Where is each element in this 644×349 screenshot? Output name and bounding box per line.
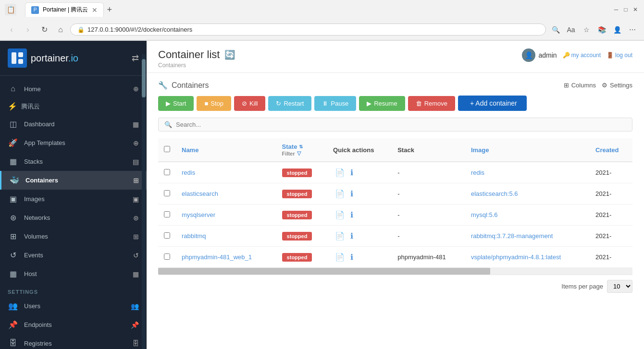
sidebar-item-events[interactable]: ↺ Events ↺ bbox=[0, 246, 147, 265]
kill-button[interactable]: ⊘ Kill bbox=[234, 96, 265, 111]
created-sort-button[interactable]: Created bbox=[595, 146, 627, 154]
container-name-link[interactable]: mysqlserver bbox=[182, 211, 215, 218]
close-button[interactable]: ✕ bbox=[632, 6, 639, 13]
sidebar-item-users[interactable]: 👥 Users 👥 bbox=[0, 297, 147, 315]
image-sort-button[interactable]: Image bbox=[471, 146, 584, 154]
container-name-link[interactable]: elasticsearch bbox=[182, 190, 218, 197]
users-icon-right: 👥 bbox=[131, 302, 139, 310]
sidebar-item-stacks[interactable]: ▦ Stacks ▤ bbox=[0, 152, 147, 171]
scrollbar-thumb[interactable] bbox=[158, 268, 490, 275]
favorites-icon[interactable]: ☆ bbox=[580, 23, 593, 36]
search-icon[interactable]: 🔍 bbox=[549, 23, 562, 36]
items-per-page: Items per page 10 25 50 bbox=[561, 280, 632, 293]
quick-action-logs-button[interactable]: 📄 bbox=[333, 230, 347, 241]
quick-action-logs-button[interactable]: 📄 bbox=[333, 209, 347, 220]
quick-action-info-button[interactable]: ℹ bbox=[348, 188, 355, 199]
table-row: phpmyadmin-481_web_1 stopped 📄 ℹ phpmyad… bbox=[158, 247, 632, 268]
horizontal-scrollbar[interactable] bbox=[158, 268, 632, 275]
quick-action-info-button[interactable]: ℹ bbox=[348, 230, 355, 241]
dashboard-icon: ◫ bbox=[8, 120, 18, 129]
new-tab-button[interactable]: + bbox=[104, 2, 115, 17]
sidebar-item-home[interactable]: ⌂ Home ⊕ bbox=[0, 80, 147, 98]
image-link[interactable]: mysql:5.6 bbox=[471, 211, 498, 218]
start-button[interactable]: ▶ Start bbox=[158, 96, 194, 111]
sidebar-item-containers[interactable]: 🐳 Containers ⊞ bbox=[0, 171, 147, 190]
refresh-button[interactable]: 🔄 bbox=[224, 49, 235, 60]
sidebar-item-images[interactable]: ▣ Images ▣ bbox=[0, 190, 147, 208]
profile-icon[interactable]: 👤 bbox=[610, 23, 624, 36]
reload-button[interactable]: ↻ bbox=[37, 23, 51, 36]
sidebar-item-endpoints[interactable]: 📌 Endpoints 📌 bbox=[0, 315, 147, 334]
tab-close-button[interactable]: ✕ bbox=[92, 6, 98, 14]
columns-icon: ⊞ bbox=[564, 82, 569, 89]
sidebar-toggle-icon[interactable]: ⇄ bbox=[132, 53, 139, 63]
settings-button[interactable]: ⚙ Settings bbox=[602, 82, 632, 89]
my-account-link[interactable]: 🔑 my account bbox=[563, 52, 601, 59]
registries-icon-right: 🗄 bbox=[132, 339, 139, 347]
row-checkbox[interactable] bbox=[164, 211, 170, 217]
row-image: elasticsearch:5.6 bbox=[465, 183, 590, 205]
address-bar-right: 🔍 Aa ☆ 📚 👤 ⋯ bbox=[549, 23, 639, 36]
pause-button[interactable]: ⏸ Pause bbox=[314, 96, 356, 111]
endpoints-icon: 📌 bbox=[8, 320, 18, 329]
quick-action-logs-button[interactable]: 📄 bbox=[333, 252, 347, 263]
quick-action-info-button[interactable]: ℹ bbox=[348, 252, 355, 263]
row-checkbox[interactable] bbox=[164, 169, 170, 175]
columns-button[interactable]: ⊞ Columns bbox=[564, 82, 596, 89]
container-name-link[interactable]: redis bbox=[182, 169, 195, 176]
image-link[interactable]: rabbitmq:3.7.28-management bbox=[471, 232, 553, 240]
sidebar-item-networks[interactable]: ⊛ Networks ⊛ bbox=[0, 208, 147, 227]
row-stack: - bbox=[392, 205, 465, 226]
home-button[interactable]: ⌂ bbox=[54, 23, 67, 36]
url-bar[interactable]: 🔒 127.0.0.1:9000/#!/2/docker/containers bbox=[70, 24, 546, 36]
state-sort-button[interactable]: State ⇅ bbox=[282, 143, 322, 150]
container-name-link[interactable]: rabbitmq bbox=[182, 232, 206, 240]
add-container-button[interactable]: + Add container bbox=[458, 96, 527, 111]
sidebar-item-stacks-label: Stacks bbox=[24, 158, 127, 165]
collections-icon[interactable]: 📚 bbox=[595, 23, 608, 36]
settings-section-label: SETTINGS bbox=[0, 283, 147, 297]
row-checkbox[interactable] bbox=[164, 190, 170, 196]
name-sort-button[interactable]: Name bbox=[182, 146, 271, 154]
quick-action-info-button[interactable]: ℹ bbox=[348, 167, 355, 178]
row-checkbox[interactable] bbox=[164, 253, 170, 260]
sidebar-item-app-templates[interactable]: 🚀 App Templates ⊕ bbox=[0, 133, 147, 152]
row-checkbox[interactable] bbox=[164, 232, 170, 239]
image-link[interactable]: redis bbox=[471, 169, 484, 176]
container-name-link[interactable]: phpmyadmin-481_web_1 bbox=[182, 253, 252, 261]
log-out-link[interactable]: 🚪 log out bbox=[607, 52, 632, 59]
stop-button[interactable]: ■ Stop bbox=[197, 96, 231, 111]
state-filter[interactable]: Filter ▽ bbox=[282, 150, 322, 156]
image-link[interactable]: elasticsearch:5.6 bbox=[471, 190, 518, 197]
quick-action-logs-button[interactable]: 📄 bbox=[333, 167, 347, 178]
address-bar: ‹ › ↻ ⌂ 🔒 127.0.0.1:9000/#!/2/docker/con… bbox=[0, 19, 644, 40]
sidebar-item-dashboard[interactable]: ◫ Dashboard ▦ bbox=[0, 115, 147, 133]
sidebar-scrollbar[interactable] bbox=[142, 54, 146, 349]
remove-button[interactable]: 🗑 Remove bbox=[408, 96, 455, 111]
sidebar-item-volumes[interactable]: ⊞ Volumes ⊞ bbox=[0, 227, 147, 246]
read-mode-icon[interactable]: Aa bbox=[564, 23, 578, 36]
portainer-logo-icon bbox=[8, 48, 27, 68]
section-title: 🔧 Containers bbox=[158, 81, 209, 90]
sidebar-item-host[interactable]: ▦ Host ▦ bbox=[0, 265, 147, 283]
select-all-checkbox[interactable] bbox=[164, 146, 170, 152]
more-icon[interactable]: ⋯ bbox=[626, 23, 639, 36]
image-link[interactable]: vsplate/phpmyadmin-4.8.1:latest bbox=[471, 253, 561, 261]
restart-button[interactable]: ↻ Restart bbox=[268, 96, 311, 111]
search-input[interactable] bbox=[176, 121, 626, 128]
row-image: vsplate/phpmyadmin-4.8.1:latest bbox=[465, 247, 590, 268]
forward-button[interactable]: › bbox=[21, 23, 35, 36]
resume-button[interactable]: ▶ Resume bbox=[359, 96, 405, 111]
minimize-button[interactable]: ─ bbox=[612, 6, 620, 13]
row-quick-actions: 📄 ℹ bbox=[327, 205, 392, 226]
active-tab[interactable]: P Portainer | 腾讯云 ✕ bbox=[25, 2, 104, 17]
items-per-page-select[interactable]: 10 25 50 bbox=[607, 280, 632, 293]
quick-action-logs-button[interactable]: 📄 bbox=[333, 188, 347, 199]
sidebar-item-users-label: Users bbox=[24, 302, 125, 310]
maximize-button[interactable]: □ bbox=[622, 6, 630, 13]
svg-rect-1 bbox=[12, 52, 16, 64]
quick-action-info-button[interactable]: ℹ bbox=[348, 209, 355, 220]
sidebar-item-registries[interactable]: 🗄 Registries 🗄 bbox=[0, 334, 147, 349]
status-badge: stopped bbox=[282, 211, 312, 219]
back-button[interactable]: ‹ bbox=[5, 23, 18, 36]
